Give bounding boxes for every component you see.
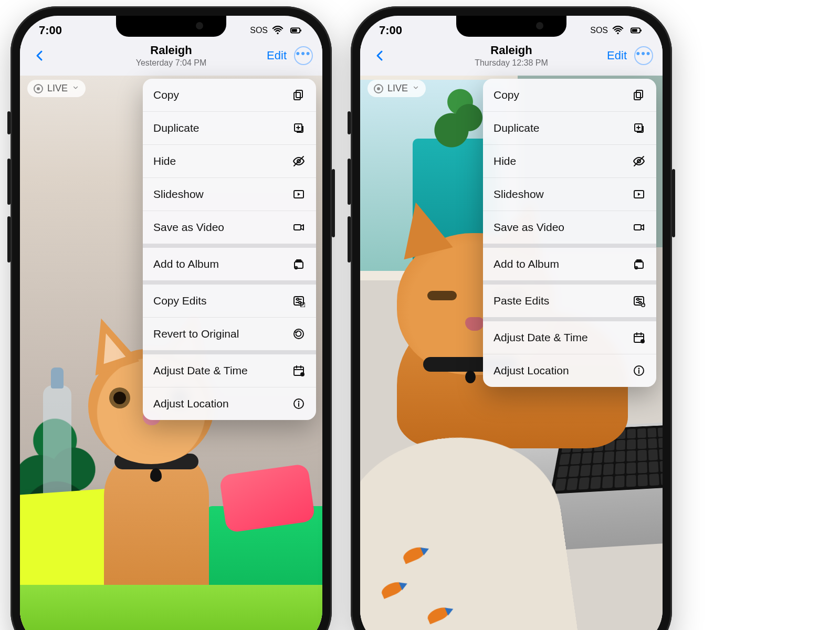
menu-item-label: Adjust Location (494, 364, 569, 377)
hide-icon (632, 154, 646, 168)
menu-item-label: Adjust Date & Time (153, 364, 248, 377)
menu-item-label: Slideshow (494, 188, 544, 201)
menu-group: Copy Duplicate Hide Slideshow Save as Vi… (483, 79, 656, 244)
menu-item-label: Hide (494, 155, 516, 167)
back-button[interactable] (370, 45, 391, 66)
calendar-icon (292, 364, 306, 377)
menu-group: Copy Duplicate Hide Slideshow Save as Vi… (143, 79, 316, 244)
menu-group: Paste Edits (483, 280, 656, 317)
back-button[interactable] (29, 45, 50, 66)
info-icon (292, 397, 306, 411)
menu-item-duplicate[interactable]: Duplicate (143, 111, 316, 144)
menu-item-calendar[interactable]: Adjust Date & Time (143, 354, 316, 387)
phone-frame: 7:00 SOS Raleigh Yesterday 7:04 PM Edit … (10, 6, 332, 630)
menu-item-label: Adjust Location (153, 397, 229, 410)
album-icon (292, 257, 306, 271)
menu-item-album[interactable]: Add to Album (143, 248, 316, 280)
menu-item-label: Save as Video (494, 221, 564, 234)
menu-item-sliders-paste[interactable]: Paste Edits (483, 285, 656, 317)
status-time: 7:00 (39, 24, 62, 37)
menu-item-hide[interactable]: Hide (143, 144, 316, 177)
phone-screen: 7:00 SOS Raleigh Thursday 12:38 PM Edit … (360, 16, 663, 630)
menu-group: Adjust Date & Time Adjust Location (483, 317, 656, 387)
edit-button[interactable]: Edit (607, 49, 627, 62)
context-menu: Copy Duplicate Hide Slideshow Save as Vi… (483, 79, 656, 387)
revert-icon (292, 327, 306, 341)
notch (116, 16, 226, 37)
live-label: LIVE (387, 83, 408, 94)
hide-icon (292, 154, 306, 168)
menu-item-label: Copy (494, 89, 519, 101)
copy-icon (292, 88, 306, 102)
notch (456, 16, 566, 37)
phone-screen: 7:00 SOS Raleigh Yesterday 7:04 PM Edit … (20, 16, 322, 630)
video-icon (632, 220, 646, 234)
nav-bar: Raleigh Thursday 12:38 PM Edit ••• (360, 45, 663, 71)
menu-item-album[interactable]: Add to Album (483, 248, 656, 280)
menu-item-video[interactable]: Save as Video (143, 211, 316, 244)
nav-bar: Raleigh Yesterday 7:04 PM Edit ••• (20, 45, 322, 71)
menu-item-info[interactable]: Adjust Location (143, 387, 316, 420)
status-sos: SOS (590, 26, 608, 35)
more-button[interactable]: ••• (634, 46, 653, 65)
menu-item-label: Hide (153, 155, 176, 167)
status-sos: SOS (250, 26, 268, 35)
calendar-icon (632, 331, 646, 344)
menu-item-info[interactable]: Adjust Location (483, 354, 656, 387)
menu-item-revert[interactable]: Revert to Original (143, 317, 316, 350)
menu-item-label: Duplicate (153, 122, 200, 134)
menu-item-copy[interactable]: Copy (143, 79, 316, 111)
duplicate-icon (292, 121, 306, 135)
menu-group: Add to Album (483, 244, 656, 280)
menu-item-label: Copy (153, 89, 179, 101)
edit-button[interactable]: Edit (267, 49, 287, 62)
video-icon (292, 220, 306, 234)
wifi-icon (612, 25, 624, 36)
menu-item-sliders-copy[interactable]: Copy Edits (143, 285, 316, 317)
context-menu: Copy Duplicate Hide Slideshow Save as Vi… (143, 79, 316, 420)
more-button[interactable]: ••• (294, 46, 313, 65)
menu-item-slideshow[interactable]: Slideshow (143, 177, 316, 211)
battery-icon (288, 25, 303, 36)
slideshow-icon (292, 187, 306, 201)
menu-item-slideshow[interactable]: Slideshow (483, 177, 656, 211)
menu-item-label: Paste Edits (494, 295, 549, 307)
status-time: 7:00 (379, 24, 402, 37)
wifi-icon (272, 25, 284, 36)
menu-item-label: Slideshow (153, 188, 204, 201)
sliders-paste-icon (632, 294, 646, 308)
chevron-down-icon (412, 84, 419, 93)
phone-frame: 7:00 SOS Raleigh Thursday 12:38 PM Edit … (351, 6, 672, 630)
duplicate-icon (632, 121, 646, 135)
live-icon (374, 84, 383, 93)
live-badge[interactable]: LIVE (27, 80, 86, 97)
menu-group: Add to Album (143, 244, 316, 280)
menu-item-label: Add to Album (494, 258, 559, 270)
menu-item-label: Adjust Date & Time (494, 331, 588, 344)
chevron-down-icon (72, 84, 79, 93)
menu-item-video[interactable]: Save as Video (483, 211, 656, 244)
live-icon (34, 84, 43, 93)
menu-item-duplicate[interactable]: Duplicate (483, 111, 656, 144)
album-icon (632, 257, 646, 271)
menu-item-calendar[interactable]: Adjust Date & Time (483, 321, 656, 354)
info-icon (632, 364, 646, 377)
battery-icon (628, 25, 644, 36)
menu-item-label: Copy Edits (153, 295, 207, 307)
menu-item-label: Add to Album (153, 258, 219, 270)
slideshow-icon (632, 187, 646, 201)
menu-group: Copy Edits Revert to Original (143, 280, 316, 350)
menu-item-label: Save as Video (153, 221, 224, 234)
menu-item-label: Duplicate (494, 122, 540, 134)
menu-item-hide[interactable]: Hide (483, 144, 656, 177)
copy-icon (632, 88, 646, 102)
live-label: LIVE (47, 83, 68, 94)
sliders-copy-icon (292, 294, 306, 308)
menu-group: Adjust Date & Time Adjust Location (143, 350, 316, 420)
menu-item-copy[interactable]: Copy (483, 79, 656, 111)
menu-item-label: Revert to Original (153, 328, 239, 340)
live-badge[interactable]: LIVE (368, 80, 426, 97)
